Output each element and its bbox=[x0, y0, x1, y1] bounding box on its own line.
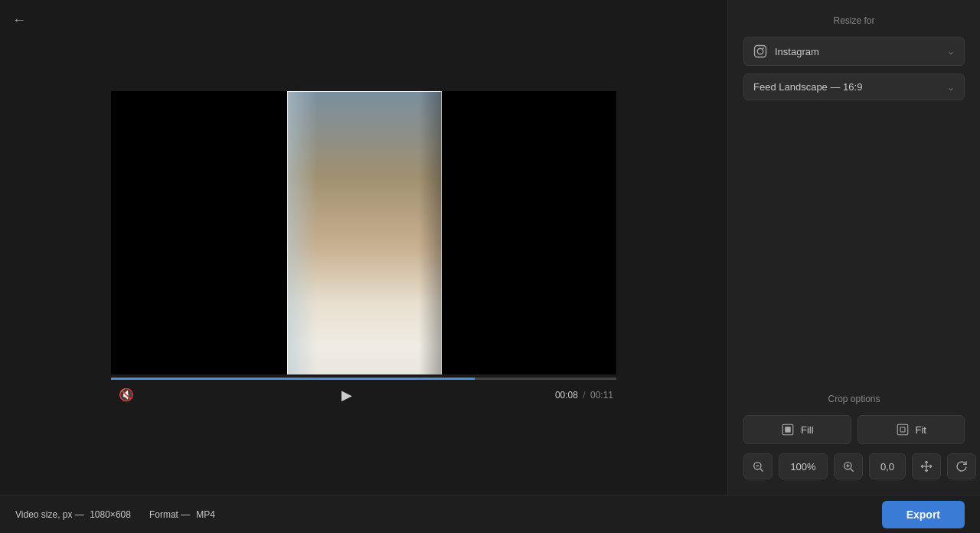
svg-rect-0 bbox=[755, 46, 766, 57]
crop-options-section: Crop options Fill Fit bbox=[743, 378, 965, 479]
export-button[interactable]: Export bbox=[882, 501, 965, 528]
format-info: Format — MP4 MOV GIF bbox=[149, 509, 217, 520]
platform-select-wrapper: Instagram ⌄ bbox=[743, 37, 965, 66]
rotate-icon bbox=[956, 460, 968, 473]
resize-title: Resize for bbox=[743, 15, 965, 26]
svg-rect-6 bbox=[900, 427, 905, 432]
svg-point-1 bbox=[757, 48, 763, 54]
zoom-out-button[interactable] bbox=[743, 453, 773, 479]
time-current: 00:08 bbox=[555, 390, 578, 401]
crop-line-left bbox=[287, 91, 288, 374]
crop-line-top-right bbox=[289, 91, 442, 92]
bottom-bar: Video size, px — 1080×608 Format — MP4 M… bbox=[0, 495, 980, 533]
svg-line-13 bbox=[851, 469, 854, 472]
format-select-bottom[interactable]: MP4 MOV GIF bbox=[196, 509, 217, 520]
video-size-value: 1080×608 bbox=[90, 509, 131, 520]
instagram-icon bbox=[753, 44, 767, 58]
format-label: Feed Landscape — 16:9 bbox=[753, 81, 947, 93]
zoom-in-button[interactable] bbox=[834, 453, 863, 479]
platform-select[interactable]: Instagram ⌄ bbox=[743, 37, 965, 66]
video-panel: ← bbox=[0, 0, 727, 495]
mute-button[interactable]: 🔇 bbox=[114, 386, 139, 404]
sidebar: Resize for Instagram ⌄ Feed Landscape — bbox=[727, 0, 980, 495]
move-button[interactable] bbox=[912, 453, 941, 479]
fill-button[interactable]: Fill bbox=[743, 415, 851, 444]
back-button[interactable]: ← bbox=[12, 12, 26, 28]
format-chevron: ⌄ bbox=[947, 82, 955, 93]
video-controls: 🔇 ▶ 00:08 / 00:11 bbox=[111, 378, 616, 404]
zoom-out-icon bbox=[752, 460, 764, 473]
play-button[interactable]: ▶ bbox=[341, 387, 352, 404]
time-total: 00:11 bbox=[590, 390, 613, 401]
video-size-info: Video size, px — 1080×608 bbox=[15, 509, 131, 520]
progress-bar[interactable] bbox=[111, 378, 616, 380]
time-display: 00:08 / 00:11 bbox=[555, 390, 613, 401]
video-black-right bbox=[442, 91, 616, 374]
zoom-row: 100% 0,0 bbox=[743, 453, 965, 479]
platform-chevron: ⌄ bbox=[947, 46, 955, 57]
svg-point-2 bbox=[763, 47, 764, 49]
platform-label: Instagram bbox=[775, 46, 947, 57]
fit-button[interactable]: Fit bbox=[858, 415, 965, 444]
fit-icon bbox=[896, 423, 910, 437]
rotate-button[interactable] bbox=[947, 453, 976, 479]
zoom-in-icon bbox=[842, 460, 854, 473]
svg-rect-5 bbox=[897, 424, 908, 435]
video-size-label: Video size, px — bbox=[15, 509, 84, 520]
format-label-bottom: Format — bbox=[149, 509, 190, 520]
zoom-value: 100% bbox=[779, 453, 828, 479]
video-content-area bbox=[287, 91, 442, 374]
bottom-info: Video size, px — 1080×608 Format — MP4 M… bbox=[15, 509, 217, 520]
position-value: 0,0 bbox=[869, 453, 906, 479]
svg-rect-4 bbox=[785, 427, 791, 433]
progress-bar-fill bbox=[111, 378, 475, 380]
crop-buttons-row: Fill Fit bbox=[743, 415, 965, 444]
time-separator: / bbox=[583, 390, 585, 401]
format-select-wrapper: Feed Landscape — 16:9 ⌄ bbox=[743, 74, 965, 100]
crop-title: Crop options bbox=[743, 394, 965, 404]
fill-icon bbox=[781, 423, 795, 437]
format-select[interactable]: Feed Landscape — 16:9 ⌄ bbox=[743, 74, 965, 100]
video-black-left bbox=[111, 91, 287, 374]
move-icon bbox=[920, 460, 933, 473]
video-preview bbox=[111, 91, 616, 374]
svg-line-9 bbox=[760, 469, 763, 472]
